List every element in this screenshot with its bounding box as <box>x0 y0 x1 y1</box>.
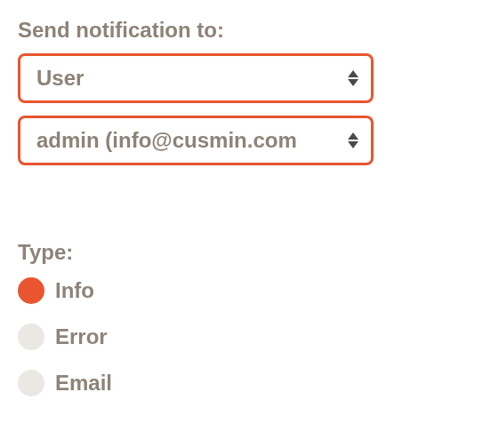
radio-dot-icon <box>18 370 44 396</box>
recipient-type-select[interactable]: User <box>18 53 374 103</box>
radio-option-error[interactable]: Error <box>18 324 473 350</box>
radio-option-info[interactable]: Info <box>18 277 473 304</box>
radio-dot-icon <box>18 324 44 350</box>
type-label: Type: <box>18 240 473 265</box>
radio-option-email[interactable]: Email <box>18 370 473 396</box>
type-radio-group: Info Error Email <box>18 277 473 396</box>
radio-label: Email <box>55 371 112 396</box>
radio-label: Error <box>55 324 108 349</box>
recipient-value: admin (info@cusmin.com <box>20 128 371 153</box>
radio-label: Info <box>55 278 94 303</box>
recipient-type-value: User <box>20 66 371 91</box>
radio-dot-icon <box>18 277 44 304</box>
recipient-select[interactable]: admin (info@cusmin.com <box>18 116 374 165</box>
notification-label: Send notification to: <box>18 18 473 43</box>
